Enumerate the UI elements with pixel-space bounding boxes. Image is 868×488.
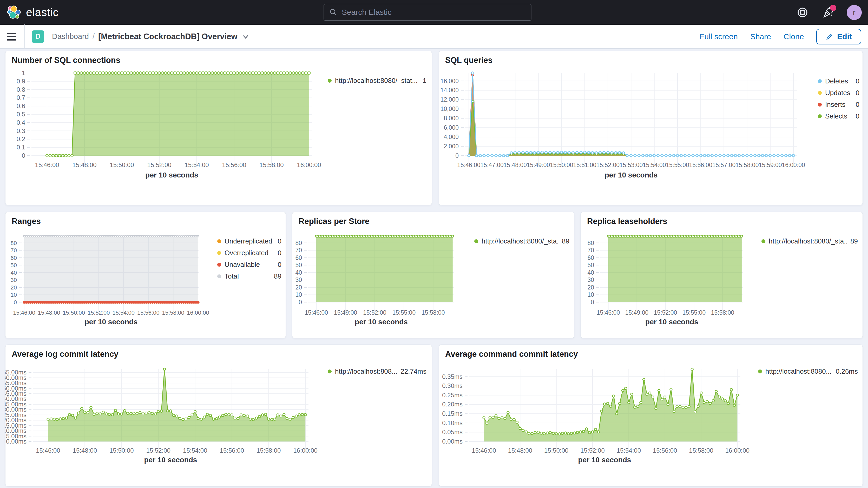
legend-item[interactable]: http://localhost:8080/_stat...1 <box>328 75 427 87</box>
svg-text:10: 10 <box>587 291 594 298</box>
space-badge[interactable]: D <box>32 30 44 43</box>
chart-replicas-per-store[interactable]: 15:46:0015:49:0015:52:0015:55:0015:58:00… <box>292 212 575 339</box>
legend-item[interactable]: Updates0 <box>818 87 860 99</box>
svg-text:0.20ms: 0.20ms <box>442 401 463 408</box>
svg-text:0.05ms: 0.05ms <box>442 428 463 435</box>
svg-text:10: 10 <box>295 291 302 298</box>
svg-text:1: 1 <box>22 69 25 77</box>
legend-replica-leaseholders: http://localhost:8080/_sta...89 <box>762 236 858 247</box>
svg-text:0.1: 0.1 <box>17 144 25 151</box>
search-input[interactable] <box>342 8 526 17</box>
elastic-logo[interactable]: elastic <box>7 5 59 20</box>
svg-text:15:58:00: 15:58:00 <box>259 161 283 169</box>
svg-text:16:00:00: 16:00:00 <box>725 447 749 454</box>
chart-sql-connections[interactable]: 15:46:0015:48:0015:50:0015:52:0015:54:00… <box>5 51 432 206</box>
svg-text:15:52:00: 15:52:00 <box>88 309 110 316</box>
svg-text:0: 0 <box>14 299 17 306</box>
svg-text:15:58:00: 15:58:00 <box>711 309 735 316</box>
svg-text:per 10 seconds: per 10 seconds <box>578 456 631 464</box>
help-button[interactable] <box>796 6 809 19</box>
legend-item[interactable]: http://localhost:8080...0.26ms <box>758 366 858 377</box>
svg-text:15:58:00: 15:58:00 <box>162 309 185 316</box>
legend-value: 89 <box>562 237 569 245</box>
chart-replica-leaseholders[interactable]: 15:46:0015:49:0015:52:0015:55:0015:58:00… <box>581 212 863 339</box>
legend-label: Unavailable <box>224 261 274 269</box>
svg-text:20: 20 <box>11 284 17 291</box>
legend-item[interactable]: http://localhost:8080/_sta...89 <box>762 236 858 247</box>
svg-text:15:58:00: 15:58:00 <box>689 447 713 454</box>
svg-text:16,000: 16,000 <box>440 78 459 85</box>
user-avatar[interactable]: r <box>847 5 862 20</box>
legend-label: http://localhost:8080/_sta... <box>482 237 558 245</box>
svg-text:15:48:00: 15:48:00 <box>504 162 527 169</box>
global-search[interactable] <box>323 4 531 21</box>
legend-item[interactable]: Selects0 <box>818 111 860 122</box>
svg-text:0.35ms: 0.35ms <box>442 373 463 380</box>
legend-dot <box>762 239 765 243</box>
svg-text:0.9: 0.9 <box>17 78 25 85</box>
svg-text:15:50:00: 15:50:00 <box>110 447 133 454</box>
legend-item[interactable]: Unavailable0 <box>217 259 281 271</box>
svg-text:80: 80 <box>295 240 302 246</box>
svg-text:0.10ms: 0.10ms <box>442 419 463 426</box>
svg-text:15:52:00: 15:52:00 <box>147 161 171 169</box>
panel-log-commit-latency: Average log commit latency 15:46:0015:48… <box>5 344 432 486</box>
clone-button[interactable]: Clone <box>783 32 804 41</box>
legend-dot <box>217 263 221 267</box>
full-screen-button[interactable]: Full screen <box>700 32 738 41</box>
legend-dot <box>818 91 822 95</box>
legend-item[interactable]: Total89 <box>217 271 281 282</box>
legend-value: 0 <box>278 237 281 245</box>
share-button[interactable]: Share <box>750 32 771 41</box>
svg-text:15:55:00: 15:55:00 <box>393 309 416 316</box>
svg-text:0.5: 0.5 <box>17 111 25 118</box>
menu-button[interactable] <box>7 33 17 40</box>
legend-value: 0 <box>856 77 860 85</box>
legend-item[interactable]: Underreplicated0 <box>217 236 281 247</box>
svg-text:10: 10 <box>11 292 17 298</box>
news-button[interactable] <box>821 6 835 19</box>
svg-text:60: 60 <box>295 254 302 261</box>
svg-text:0.3: 0.3 <box>17 127 25 134</box>
search-icon <box>329 8 338 17</box>
legend-item[interactable]: Overreplicated0 <box>217 247 281 259</box>
svg-text:15:52:00: 15:52:00 <box>146 447 170 454</box>
legend-value: 0.26ms <box>836 367 858 375</box>
legend-log-commit-latency: http://localhost:808...22.74ms <box>328 366 427 377</box>
legend-value: 22.74ms <box>401 367 427 375</box>
svg-text:65.00ms: 65.00ms <box>5 369 27 376</box>
svg-text:0.15ms: 0.15ms <box>442 410 463 417</box>
title-menu-button[interactable] <box>241 32 250 41</box>
legend-label: http://localhost:8080/_sta... <box>769 237 847 245</box>
svg-text:0: 0 <box>591 299 594 306</box>
svg-text:12,000: 12,000 <box>440 96 459 103</box>
legend-value: 0 <box>856 100 860 109</box>
svg-text:15:49:00: 15:49:00 <box>527 162 550 169</box>
page-title[interactable]: [Metricbeat CockroachDB] Overview <box>98 32 238 41</box>
svg-text:80: 80 <box>11 240 17 246</box>
svg-text:15:57:00: 15:57:00 <box>712 162 736 169</box>
pencil-icon <box>826 33 833 40</box>
legend-ranges: Underreplicated0Overreplicated0Unavailab… <box>217 236 281 282</box>
legend-item[interactable]: http://localhost:808...22.74ms <box>328 366 427 377</box>
svg-text:per 10 seconds: per 10 seconds <box>645 318 698 326</box>
svg-text:15:54:00: 15:54:00 <box>185 161 209 169</box>
svg-text:70: 70 <box>11 247 17 254</box>
svg-text:15:48:00: 15:48:00 <box>38 309 60 316</box>
chart-sql-queries[interactable]: 15:46:0015:47:0015:48:0015:49:0015:50:00… <box>439 51 863 206</box>
svg-text:per 10 seconds: per 10 seconds <box>85 318 138 326</box>
svg-text:15:59:00: 15:59:00 <box>758 162 782 169</box>
svg-text:15:54:00: 15:54:00 <box>617 447 641 454</box>
legend-item[interactable]: Inserts0 <box>818 99 860 111</box>
svg-text:15:54:00: 15:54:00 <box>112 309 135 316</box>
legend-item[interactable]: Deletes0 <box>818 75 860 87</box>
svg-text:0.6: 0.6 <box>17 102 25 110</box>
dashboard-toolbar: D Dashboard / [Metricbeat CockroachDB] O… <box>0 25 868 49</box>
svg-text:per 10 seconds: per 10 seconds <box>355 318 408 326</box>
legend-value: 1 <box>423 77 427 85</box>
legend-item[interactable]: http://localhost:8080/_sta...89 <box>474 236 569 247</box>
svg-text:70: 70 <box>587 247 594 254</box>
edit-button[interactable]: Edit <box>816 29 861 44</box>
legend-value: 0 <box>856 112 860 120</box>
breadcrumb-dashboard[interactable]: Dashboard <box>52 32 89 41</box>
